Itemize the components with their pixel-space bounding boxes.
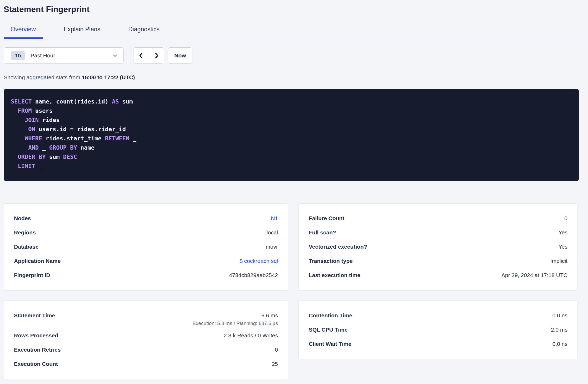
info-label: Execution Count — [14, 361, 58, 367]
prev-time-button[interactable] — [133, 48, 149, 63]
info-row-sql-cpu-time: SQL CPU Time2.0 ms — [309, 323, 567, 337]
sql-line: JOIN rides — [11, 115, 571, 125]
info-label: Vectorized execution? — [309, 244, 367, 250]
info-row-application-name: Application Name$ cockroach sql — [14, 254, 278, 268]
tab-bar: OverviewExplain PlansDiagnostics — [0, 26, 588, 39]
time-step-buttons — [133, 47, 164, 64]
info-value: 4784cb829aab2542 — [229, 272, 278, 278]
info-value: 6.6 ms — [261, 312, 278, 319]
info-value: local — [267, 229, 278, 236]
info-label: Rows Processed — [14, 332, 58, 339]
info-label: Application Name — [14, 258, 61, 264]
info-row-database: Databasemovr — [14, 240, 278, 254]
info-value: 0.0 ns — [552, 312, 567, 319]
info-label: Database — [14, 244, 38, 250]
details-card: NodesN1RegionslocalDatabasemovrApplicati… — [4, 203, 288, 291]
sql-line: FROM users — [11, 106, 571, 115]
chevron-down-icon — [112, 52, 118, 59]
info-row-nodes: NodesN1 — [14, 211, 278, 225]
now-button[interactable]: Now — [168, 47, 192, 64]
sql-line: ORDER BY sum DESC — [11, 152, 571, 161]
chevron-left-icon — [138, 52, 144, 59]
time-controls: 1h Past Hour Now — [4, 47, 588, 64]
info-label: Contention Time — [309, 312, 352, 319]
overview-cards-top: NodesN1RegionslocalDatabasemovrApplicati… — [4, 203, 588, 291]
info-row-last-execution-time: Last execution timeApr 29, 2024 at 17:18… — [309, 268, 567, 282]
nodes-link[interactable]: N1 — [271, 215, 278, 221]
info-row-transaction-type: Transaction typeImplicit — [309, 254, 567, 268]
time-range-label: Past Hour — [31, 52, 112, 59]
info-value: 2.3 k Reads / 0 Writes — [224, 332, 278, 339]
info-value: 0 — [275, 347, 278, 353]
info-value: Yes — [559, 229, 567, 236]
info-row-execution-count: Execution Count25 — [14, 357, 278, 371]
info-value: 25 — [272, 361, 278, 367]
sql-line: SELECT name, count(rides.id) AS sum — [11, 97, 571, 106]
info-row-client-wait-time: Client Wait Time0.0 ns — [309, 337, 567, 351]
chevron-right-icon — [153, 52, 160, 59]
info-label: Failure Count — [309, 215, 344, 221]
info-value: movr — [266, 244, 278, 250]
info-label: Client Wait Time — [309, 341, 351, 347]
info-label: Fingerprint ID — [14, 272, 50, 278]
statement-stats-card: Statement Time6.6 msExecution: 5.8 ms / … — [4, 301, 288, 379]
tab-overview[interactable]: Overview — [4, 26, 43, 39]
statement-fingerprint-page: Statement Fingerprint OverviewExplain Pl… — [0, 0, 588, 384]
sql-line: LIMIT _ — [11, 161, 571, 171]
info-label: Regions — [14, 229, 36, 236]
info-label: Full scan? — [309, 229, 336, 236]
info-row-full-scan: Full scan?Yes — [309, 225, 567, 240]
info-row-vectorized-execution: Vectorized execution?Yes — [309, 240, 567, 254]
info-label: Execution Retries — [14, 347, 61, 353]
aggregated-stats-line: Showing aggregated stats from 16:00 to 1… — [4, 74, 588, 81]
aggregated-stats-prefix: Showing aggregated stats from — [4, 74, 82, 80]
info-label: SQL CPU Time — [309, 327, 347, 333]
info-subvalue: Execution: 5.8 ms / Planning: 687.5 µs — [14, 321, 278, 328]
info-label: Nodes — [14, 215, 31, 221]
tab-explain-plans[interactable]: Explain Plans — [57, 26, 107, 39]
info-label: Transaction type — [309, 258, 353, 264]
sql-code: SELECT name, count(rides.id) AS sum FROM… — [11, 97, 571, 171]
aggregated-stats-range: 16:00 to 17:22 (UTC) — [82, 74, 135, 80]
info-row-failure-count: Failure Count0 — [309, 211, 567, 225]
info-value: Yes — [559, 244, 567, 250]
info-value: Implicit — [550, 258, 567, 264]
info-row-rows-processed: Rows Processed2.3 k Reads / 0 Writes — [14, 328, 278, 343]
time-range-badge: 1h — [11, 51, 25, 60]
info-row-contention-time: Contention Time0.0 ns — [309, 308, 567, 323]
overview-cards-bottom: Statement Time6.6 msExecution: 5.8 ms / … — [4, 301, 588, 379]
info-value: 2.0 ms — [551, 327, 567, 333]
sql-line: WHERE rides.start_time BETWEEN _ — [11, 134, 571, 143]
info-value: 0.0 ns — [552, 341, 567, 347]
info-row-regions: Regionslocal — [14, 225, 278, 240]
application-name-link[interactable]: $ cockroach sql — [240, 258, 278, 264]
next-time-button[interactable] — [149, 48, 164, 63]
execution-attributes-card: Failure Count0Full scan?YesVectorized ex… — [298, 203, 578, 291]
sql-line: AND _ GROUP BY name — [11, 143, 571, 152]
info-row-statement-time: Statement Time6.6 msExecution: 5.8 ms / … — [14, 308, 278, 328]
info-label: Last execution time — [309, 272, 360, 278]
sql-statement-box: SELECT name, count(rides.id) AS sum FROM… — [4, 89, 579, 181]
info-label: Statement Time — [14, 312, 55, 319]
info-row-fingerprint-id: Fingerprint ID4784cb829aab2542 — [14, 268, 278, 282]
tab-diagnostics[interactable]: Diagnostics — [121, 26, 166, 39]
time-range-picker[interactable]: 1h Past Hour — [4, 47, 124, 64]
info-value: Apr 29, 2024 at 17:18 UTC — [501, 272, 567, 278]
page-title: Statement Fingerprint — [4, 5, 588, 14]
timing-stats-card: Contention Time0.0 nsSQL CPU Time2.0 msC… — [298, 301, 578, 359]
sql-line: ON users.id = rides.rider_id — [11, 125, 571, 134]
info-value: 0 — [564, 215, 567, 221]
info-row-execution-retries: Execution Retries0 — [14, 343, 278, 357]
